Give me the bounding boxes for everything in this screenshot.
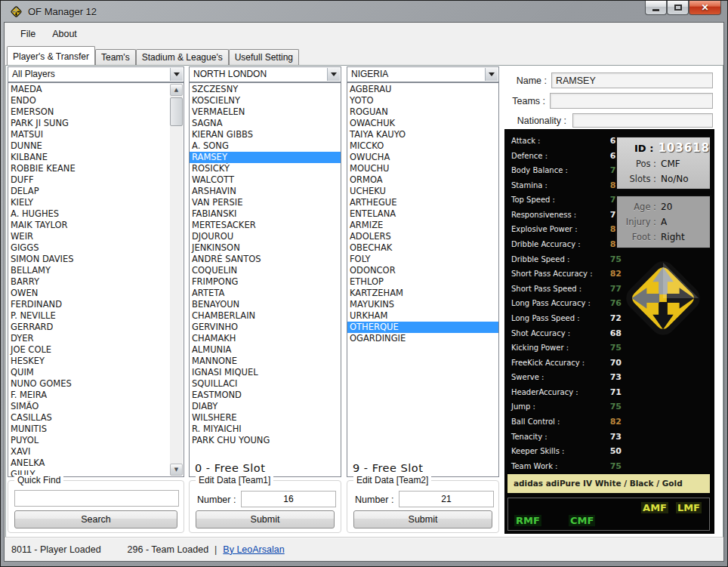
dropdown-button[interactable] [327, 68, 340, 81]
list-item[interactable]: KOSCIELNY [190, 95, 341, 106]
list-item[interactable]: COQUELIN [190, 265, 341, 276]
dropdown-button[interactable] [170, 68, 183, 81]
team1-submit-button[interactable]: Submit [196, 510, 335, 528]
list-item[interactable]: PARK CHU YOUNG [190, 435, 341, 446]
list-item[interactable]: MERTESACKER [190, 220, 341, 231]
list-item[interactable]: QUIM [8, 367, 170, 378]
menu-file[interactable]: File [12, 26, 44, 42]
list-item[interactable]: TAIYA KAUYO [347, 129, 498, 140]
list-item[interactable]: JENKINSON [190, 242, 341, 254]
list-item[interactable]: KARTZEHAM [347, 288, 498, 299]
scroll-up-icon[interactable]: ▲ [170, 84, 183, 96]
credit-link[interactable]: By LeoArsalan [223, 544, 284, 555]
list-item[interactable]: KILBANE [8, 152, 170, 163]
all-players-dropdown[interactable]: All Players [8, 66, 184, 82]
list-item[interactable]: FOLY [347, 254, 498, 265]
list-item[interactable]: UCHEKU [347, 186, 498, 197]
list-item[interactable]: WALCOTT [190, 174, 341, 186]
list-item[interactable]: ODONCOR [347, 265, 498, 276]
list-item[interactable]: BENAYOUN [190, 299, 341, 310]
list-item[interactable]: YOTO [347, 95, 498, 106]
team1-player-list[interactable]: SZCZESNYKOSCIELNYVERMAELENSAGNAKIERAN GI… [189, 82, 341, 477]
close-button[interactable]: ✕ [689, 1, 721, 15]
list-item[interactable]: CASILLAS [8, 412, 170, 424]
list-item[interactable]: DIABY [190, 401, 341, 412]
list-item[interactable]: MOUCHU [347, 163, 498, 174]
list-item[interactable]: EASTMOND [190, 390, 341, 401]
list-item[interactable]: ENDO [8, 95, 170, 106]
list-item[interactable]: A. HUGHES [8, 208, 170, 220]
list-item[interactable]: MICCKO [347, 140, 498, 152]
list-item[interactable]: ROGUAN [347, 106, 498, 118]
list-item[interactable]: OTHERQUE [347, 322, 498, 333]
list-item[interactable]: SIMON DAVIES [8, 254, 170, 265]
list-item[interactable]: OBECHAK [347, 242, 498, 254]
list-item[interactable]: DYER [8, 333, 170, 344]
minimize-button[interactable] [645, 1, 667, 15]
list-item[interactable]: URKHAM [347, 310, 498, 322]
list-item[interactable]: BELLAMY [8, 265, 170, 276]
tab-teams[interactable]: Team's [95, 49, 136, 65]
tab-players-transfer[interactable]: Player's & Transfer [7, 46, 95, 65]
all-players-scrollbar[interactable]: ▲ ▼ [170, 84, 183, 476]
list-item[interactable]: ROBBIE KEANE [8, 163, 170, 174]
search-button[interactable]: Search [14, 510, 177, 528]
list-item[interactable]: MATSUI [8, 129, 170, 140]
list-item[interactable]: JOE COLE [8, 344, 170, 356]
list-item[interactable]: SIMÃO [8, 401, 170, 412]
list-item[interactable]: VERMAELEN [190, 106, 341, 118]
menu-about[interactable]: About [44, 26, 85, 42]
team2-player-list[interactable]: AGBERAUYOTOROGUANOWACHUKTAIYA KAUYOMICCK… [347, 82, 499, 477]
list-item[interactable]: R. MIYAICHI [190, 424, 341, 435]
list-item[interactable]: F. MEIRA [8, 390, 170, 401]
list-item[interactable]: GIGGS [8, 242, 170, 254]
list-item[interactable]: IGNASI MIQUEL [190, 367, 341, 378]
list-item[interactable]: CHAMBERLAIN [190, 310, 341, 322]
list-item[interactable]: ARTHEGUE [347, 197, 498, 208]
list-item[interactable]: ARTETA [190, 288, 341, 299]
team2-submit-button[interactable]: Submit [353, 510, 492, 528]
list-item[interactable]: ETHLOP [347, 276, 498, 288]
scrollbar-thumb[interactable] [170, 97, 183, 126]
list-item[interactable]: PUYOL [8, 435, 170, 446]
list-item[interactable]: ALMUNIA [190, 344, 341, 356]
list-item[interactable]: MUNITIS [8, 424, 170, 435]
team2-number-input[interactable] [399, 491, 494, 507]
dropdown-button[interactable] [485, 68, 498, 81]
team1-number-input[interactable] [241, 491, 336, 507]
list-item[interactable]: CHAMAKH [190, 333, 341, 344]
list-item[interactable]: P. NEVILLE [8, 310, 170, 322]
nationality-field[interactable] [572, 113, 713, 128]
maximize-button[interactable] [667, 1, 689, 15]
list-item[interactable]: XAVI [8, 446, 170, 458]
title-bar[interactable]: OF Manager 12 ✕ [1, 1, 727, 22]
list-item[interactable]: OWUCHA [347, 152, 498, 163]
list-item[interactable]: DUNNE [8, 140, 170, 152]
list-item[interactable]: WILSHERE [190, 412, 341, 424]
all-players-list[interactable]: MAEDAENDOEMERSONPARK JI SUNGMATSUIDUNNEK… [8, 82, 184, 477]
list-item[interactable]: ADOLERS [347, 231, 498, 242]
list-item[interactable]: OWACHUK [347, 118, 498, 129]
tab-stadium-leagues[interactable]: Stadium & League's [136, 49, 229, 65]
list-item[interactable]: SZCZESNY [190, 84, 341, 95]
list-item[interactable]: FABIANSKI [190, 208, 341, 220]
list-item[interactable]: OWEN [8, 288, 170, 299]
list-item[interactable]: MAEDA [8, 84, 170, 95]
list-item[interactable]: A. SONG [190, 140, 341, 152]
list-item[interactable]: RAMSEY [190, 152, 341, 163]
scroll-down-icon[interactable]: ▼ [170, 464, 183, 476]
list-item[interactable]: ARMIZE [347, 220, 498, 231]
team2-dropdown[interactable]: NIGERIA [347, 66, 499, 82]
list-item[interactable]: ORMOA [347, 174, 498, 186]
list-item[interactable]: GERRARD [8, 322, 170, 333]
list-item[interactable]: BARRY [8, 276, 170, 288]
list-item[interactable]: KIERAN GIBBS [190, 129, 341, 140]
list-item[interactable]: FERDINAND [8, 299, 170, 310]
list-item[interactable]: SQUILLACI [190, 378, 341, 390]
list-item[interactable]: DUFF [8, 174, 170, 186]
list-item[interactable]: ARSHAVIN [190, 186, 341, 197]
quick-find-input[interactable] [14, 490, 179, 507]
list-item[interactable]: VAN PERSIE [190, 197, 341, 208]
list-item[interactable]: EMERSON [8, 106, 170, 118]
list-item[interactable]: DELAP [8, 186, 170, 197]
